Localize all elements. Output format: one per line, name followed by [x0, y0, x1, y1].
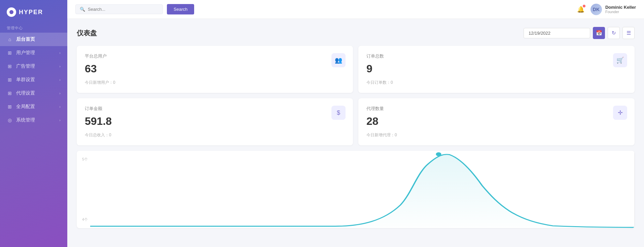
- home-icon: ⌂: [7, 36, 13, 42]
- sidebar-item-global[interactable]: ⊞全局配置›: [0, 100, 67, 113]
- user-text: Dominic Keller Founder: [605, 5, 636, 14]
- stat-value-total-users: 63: [85, 63, 345, 75]
- sidebar-label-global: 全局配置: [16, 104, 35, 110]
- stats-grid: 平台总用户 63 今日新增用户：0 👥 订单总数 9 今日订单数：0 🛒 订单金…: [77, 46, 635, 145]
- search-input[interactable]: [88, 7, 158, 12]
- chevron-icon-cluster: ›: [59, 78, 61, 82]
- stat-card-order-amount: 订单金额 591.8 今日总收入：0 $: [77, 98, 353, 145]
- sidebar-label-home: 后台首页: [16, 36, 35, 42]
- logo-text: HYPER: [19, 9, 43, 16]
- sidebar-label-system: 系统管理: [16, 117, 35, 123]
- logo: HYPER: [0, 0, 67, 23]
- stat-label-total-users: 平台总用户: [85, 53, 345, 59]
- filter-button[interactable]: ☰: [622, 27, 635, 39]
- stat-icon-total-users: 👥: [331, 53, 346, 67]
- chart-container: 5个 4个: [77, 151, 635, 228]
- dashboard-header: 仪表盘 📅 ↻ ☰: [77, 27, 635, 39]
- content: 仪表盘 📅 ↻ ☰ 平台总用户 63 今日新增用户：0 👥 订单总数 9 今日订…: [67, 19, 644, 247]
- chart-line: [90, 154, 635, 227]
- logo-icon: [7, 7, 16, 17]
- refresh-button[interactable]: ↻: [608, 27, 620, 39]
- stat-sub-total-users: 今日新增用户：0: [85, 80, 345, 85]
- global-icon: ⊞: [7, 104, 13, 110]
- user-icon: ⊞: [7, 50, 13, 56]
- agent-icon: ⊞: [7, 90, 13, 96]
- sidebar-item-home[interactable]: ⌂后台首页: [0, 33, 67, 46]
- chart-y-top: 5个: [82, 157, 88, 162]
- nav-list: ⌂后台首页⊞用户管理›⊞广告管理›⊞单群设置›⊞代理设置›⊞全局配置›◎系统管理…: [0, 33, 67, 127]
- chart-y-bottom: 4个: [82, 217, 88, 222]
- user-info[interactable]: DK Dominic Keller Founder: [591, 4, 636, 15]
- date-picker[interactable]: [524, 28, 590, 38]
- chevron-icon-agent: ›: [59, 91, 61, 95]
- stat-icon-order-amount: $: [331, 106, 346, 120]
- chevron-icon-system: ›: [59, 118, 61, 122]
- stat-card-total-users: 平台总用户 63 今日新增用户：0 👥: [77, 46, 353, 93]
- stat-value-order-amount: 591.8: [85, 115, 345, 128]
- chevron-icon-ad: ›: [59, 64, 61, 68]
- stat-sub-agent-count: 今日新增代理：0: [366, 132, 627, 138]
- stat-icon-total-orders: 🛒: [613, 53, 627, 67]
- sidebar-item-cluster[interactable]: ⊞单群设置›: [0, 73, 67, 86]
- topbar: 🔍 Search 🔔 DK Dominic Keller Founder: [67, 0, 644, 19]
- avatar: DK: [591, 4, 602, 15]
- stat-label-order-amount: 订单金额: [85, 106, 345, 112]
- stat-value-agent-count: 28: [366, 115, 627, 128]
- topbar-right: 🔔 DK Dominic Keller Founder: [577, 4, 636, 15]
- sidebar-label-cluster: 单群设置: [16, 77, 35, 83]
- search-button[interactable]: Search: [167, 4, 194, 14]
- sidebar-item-agent[interactable]: ⊞代理设置›: [0, 86, 67, 100]
- notification-bell[interactable]: 🔔: [577, 6, 584, 13]
- stat-sub-order-amount: 今日总收入：0: [85, 132, 345, 138]
- stat-icon-agent-count: ✛: [613, 106, 627, 120]
- stat-label-total-orders: 订单总数: [366, 53, 627, 59]
- sidebar-item-system[interactable]: ◎系统管理›: [0, 113, 67, 127]
- stat-card-total-orders: 订单总数 9 今日订单数：0 🛒: [358, 46, 635, 93]
- user-name: Dominic Keller: [605, 5, 636, 10]
- search-icon: 🔍: [80, 7, 85, 12]
- header-actions: 📅 ↻ ☰: [524, 27, 635, 39]
- user-role: Founder: [605, 10, 636, 14]
- system-icon: ◎: [7, 117, 13, 123]
- chart-peak-dot: [436, 152, 441, 156]
- sidebar-item-ad[interactable]: ⊞广告管理›: [0, 60, 67, 73]
- ad-icon: ⊞: [7, 63, 13, 69]
- sidebar-item-user[interactable]: ⊞用户管理›: [0, 46, 67, 60]
- chevron-icon-user: ›: [59, 51, 61, 55]
- chart-fill: [90, 154, 635, 228]
- stat-sub-total-orders: 今日订单数：0: [366, 80, 627, 85]
- chart-svg: [90, 151, 635, 228]
- main-area: 🔍 Search 🔔 DK Dominic Keller Founder 仪表盘: [67, 0, 644, 247]
- notification-badge: [583, 5, 585, 7]
- sidebar-label-ad: 广告管理: [16, 63, 35, 69]
- calendar-button[interactable]: 📅: [593, 27, 605, 39]
- cluster-icon: ⊞: [7, 77, 13, 83]
- stat-value-total-orders: 9: [366, 63, 627, 75]
- stat-card-agent-count: 代理数量 28 今日新增代理：0 ✛: [358, 98, 635, 145]
- page-title: 仪表盘: [77, 29, 97, 38]
- sidebar: HYPER 管理中心 ⌂后台首页⊞用户管理›⊞广告管理›⊞单群设置›⊞代理设置›…: [0, 0, 67, 247]
- search-wrapper: 🔍: [75, 4, 163, 14]
- stat-label-agent-count: 代理数量: [366, 106, 627, 112]
- section-label: 管理中心: [0, 23, 67, 33]
- sidebar-label-agent: 代理设置: [16, 90, 35, 96]
- sidebar-label-user: 用户管理: [16, 50, 35, 56]
- chevron-icon-global: ›: [59, 105, 61, 109]
